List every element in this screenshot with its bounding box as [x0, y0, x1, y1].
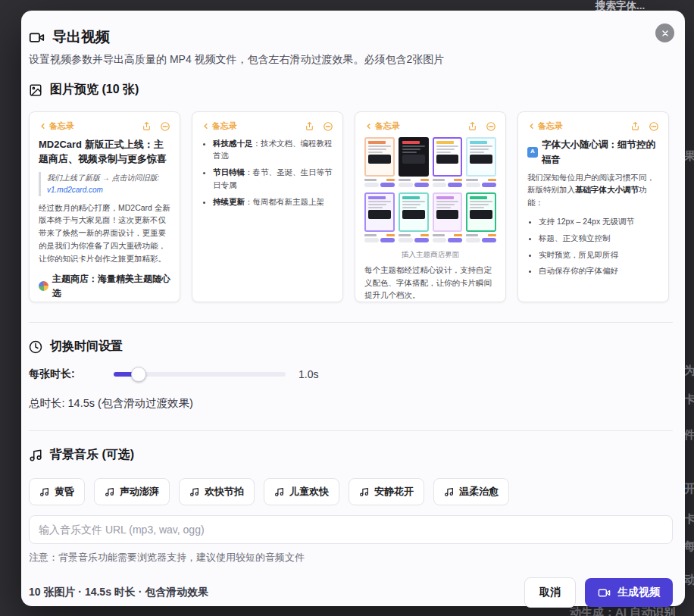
- theme-thumbnail: [433, 192, 463, 244]
- image-icon: [29, 83, 42, 97]
- section-divider: [29, 430, 673, 431]
- memo-nav-bar: 备忘录: [364, 120, 496, 133]
- card-subheading: 主题商店：海量精美主题随心选: [39, 272, 170, 301]
- export-summary: 10 张图片 · 14.5s 时长 · 包含滑动效果: [29, 586, 524, 599]
- background-text-fragment: 动: [684, 573, 694, 587]
- music-note-icon: [105, 487, 114, 497]
- card-heading: A 字体大小随心调：细节控的福音: [527, 137, 659, 167]
- background-text-fragment: 件: [684, 428, 694, 442]
- duration-value: 1.0s: [299, 368, 318, 380]
- total-duration-text: 总时长: 14.5s (包含滑动过渡效果): [29, 396, 673, 411]
- share-icon: [630, 121, 640, 131]
- close-icon: [661, 29, 670, 38]
- share-icon: [467, 121, 477, 131]
- cancel-button[interactable]: 取消: [524, 577, 576, 608]
- music-note-icon: [29, 449, 42, 462]
- music-note-icon: [359, 487, 369, 497]
- chevron-left-icon: [202, 122, 210, 130]
- image-preview-strip[interactable]: 备忘录 MD2Card 新版正式上线：主题商店、视频录制与更多惊喜 我们上线了新…: [29, 111, 673, 302]
- theme-thumbnail: [466, 137, 496, 189]
- music-note-icon: [189, 487, 199, 497]
- card-blockquote: 我们上线了新版 → 点击访问旧版: v1.md2card.com: [39, 172, 170, 196]
- preview-card-1: 备忘录 MD2Card 新版正式上线：主题商店、视频录制与更多惊喜 我们上线了新…: [29, 111, 180, 302]
- generate-video-button[interactable]: 生成视频: [585, 578, 673, 607]
- preview-card-4: 备忘录 A 字体大小随心调：细节控的福音 我们深知每位用户的阅读习惯不同，新版特…: [517, 111, 669, 302]
- list-item: 科技感十足：技术文档、编程教程首选: [213, 137, 333, 163]
- dialog-header: 导出视频: [29, 27, 673, 47]
- music-preset-huanghun[interactable]: 黄昏: [29, 478, 85, 505]
- music-note-icon: [274, 487, 284, 497]
- clock-icon: [29, 340, 42, 354]
- background-text-fragment: 卡: [684, 392, 694, 407]
- preview-card-2: 备忘录 科技感十足：技术文档、编程教程首选 节日特辑：春节、圣诞、生日等节日专属…: [192, 111, 343, 302]
- list-item: 标题、正文独立控制: [539, 232, 659, 245]
- timing-section-heading: 切换时间设置: [29, 339, 673, 355]
- letters-emoji-icon: A: [527, 147, 538, 158]
- more-icon: [323, 121, 333, 132]
- card-paragraph: 我们深知每位用户的阅读习惯不同，新版特别加入基础字体大小调节功能：: [527, 171, 659, 209]
- music-url-input[interactable]: [29, 515, 673, 544]
- duration-slider[interactable]: [114, 367, 286, 382]
- music-note-icon: [444, 487, 454, 497]
- share-icon: [305, 121, 314, 131]
- music-note-text: 注意：背景音乐功能需要浏览器支持，建议使用较短的音频文件: [29, 551, 673, 564]
- theme-thumbnail: [399, 192, 429, 244]
- list-item: 自动保存你的字体偏好: [539, 264, 659, 277]
- background-text-fragment: 为: [684, 364, 694, 378]
- card-bullet-list: 科技感十足：技术文档、编程教程首选 节日特辑：春节、圣诞、生日等节日专属 持续更…: [213, 137, 333, 208]
- background-text-fragment: 卡: [684, 512, 694, 527]
- more-icon: [649, 121, 659, 132]
- theme-thumbnail: [399, 137, 429, 189]
- list-item: 实时预览，所见即所得: [539, 249, 659, 261]
- memo-nav-bar: 备忘录: [39, 120, 170, 133]
- video-camera-icon: [598, 586, 611, 599]
- video-camera-icon: [29, 30, 45, 45]
- music-section-heading: 背景音乐 (可选): [29, 447, 673, 463]
- duration-label: 每张时长:: [29, 367, 114, 381]
- theme-thumbnail: [364, 192, 395, 244]
- card-paragraph: 经过数月的精心打磨，MD2Card 全新版本终于与大家见面！这次更新不仅带来了焕…: [39, 202, 170, 265]
- slider-thumb[interactable]: [131, 367, 146, 382]
- card-bullet-list: 支持 12px – 24px 无级调节 标题、正文独立控制 实时预览，所见即所得…: [539, 215, 659, 277]
- dialog-subtitle: 设置视频参数并导出高质量的 MP4 视频文件，包含左右滑动过渡效果。必须包含2张…: [29, 53, 673, 67]
- music-preset-huankuaijiepai[interactable]: 欢快节拍: [179, 478, 255, 505]
- more-icon: [486, 121, 496, 132]
- close-button[interactable]: [655, 23, 674, 42]
- list-item: 支持 12px – 24px 无级调节: [539, 215, 659, 228]
- chevron-left-icon: [527, 122, 536, 130]
- theme-thumbnail: [364, 137, 395, 189]
- card-heading: MD2Card 新版正式上线：主题商店、视频录制与更多惊喜: [39, 137, 170, 167]
- theme-thumbnail: [466, 192, 496, 244]
- card-paragraph: 每个主题都经过精心设计，支持自定义配色、字体搭配，让你的卡片瞬间提升几个档次。: [364, 264, 496, 302]
- image-caption: 插入主题商店界面: [364, 249, 496, 260]
- theme-store-thumbnail-grid: [364, 137, 496, 244]
- list-item: 持续更新：每周都有新主题上架: [213, 195, 333, 208]
- chevron-left-icon: [364, 122, 373, 130]
- export-video-dialog: 导出视频 设置视频参数并导出高质量的 MP4 视频文件，包含左右滑动过渡效果。必…: [21, 11, 685, 606]
- background-text-fragment: 每: [684, 539, 694, 554]
- palette-emoji-icon: [39, 281, 48, 291]
- music-presets-row: 黄昏 声动澎湃 欢快节拍 儿童欢快 安静花开 温柔治愈: [29, 478, 673, 505]
- dialog-footer: 10 张图片 · 14.5s 时长 · 包含滑动效果 取消 生成视频: [29, 577, 673, 608]
- preview-card-3: 备忘录 插入主题商店界面 每个主题都经过精心设计，支持自定义配色、字体搭配，让你…: [355, 111, 506, 302]
- share-icon: [142, 121, 152, 131]
- music-note-icon: [39, 487, 49, 497]
- chevron-left-icon: [39, 122, 47, 130]
- background-text-fragment: 果: [684, 149, 694, 164]
- preview-section-heading: 图片预览 (10 张): [29, 82, 673, 98]
- old-version-link: v1.md2card.com: [47, 186, 103, 194]
- more-icon: [160, 121, 170, 132]
- music-preset-ertonghuankuai[interactable]: 儿童欢快: [264, 478, 339, 505]
- section-divider: [29, 322, 673, 323]
- duration-row: 每张时长: 1.0s: [29, 367, 673, 382]
- music-preset-shengdongpengpai[interactable]: 声动澎湃: [94, 478, 170, 505]
- theme-thumbnail: [433, 137, 463, 189]
- music-preset-wenrouzhiyu[interactable]: 温柔治愈: [433, 478, 509, 505]
- memo-nav-bar: 备忘录: [202, 120, 333, 133]
- dialog-title: 导出视频: [52, 27, 110, 47]
- memo-nav-bar: 备忘录: [527, 120, 659, 133]
- background-text-fragment: 开: [684, 482, 694, 496]
- list-item: 节日特辑：春节、圣诞、生日等节日专属: [213, 166, 333, 192]
- music-preset-anjinghuakai[interactable]: 安静花开: [349, 478, 424, 505]
